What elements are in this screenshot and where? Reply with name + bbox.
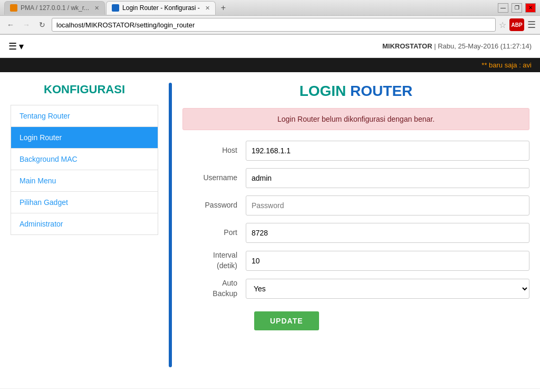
ticker-bar: ** baru saja : avi (0, 58, 540, 72)
browser-tab-2[interactable]: Login Router - Konfigurasi - ✕ (106, 1, 216, 15)
sidebar-link-admin[interactable]: Administrator (11, 213, 158, 234)
sidebar: KONFIGURASI Tentang Router Login Router … (11, 83, 158, 367)
restore-btn[interactable]: ❐ (512, 3, 522, 13)
browser-nav-bar: ← → ↻ localhost/MIKROSTATOR/setting/logi… (0, 16, 540, 34)
port-label: Port (182, 228, 246, 238)
sidebar-link-tentang[interactable]: Tentang Router (11, 105, 158, 127)
sidebar-item-pilihan: Pilihan Gadget (11, 192, 158, 213)
host-group: Host (182, 141, 529, 161)
browser-chrome: PMA / 127.0.0.1 / wk_r... ✕ Login Router… (0, 0, 540, 35)
bookmark-star[interactable]: ☆ (499, 20, 506, 30)
content-area: LOGIN ROUTER Login Router belum dikonfig… (182, 83, 529, 367)
interval-input[interactable] (246, 251, 529, 271)
footer: Hi, MAS CHAD ( keluar ) MIKROSTATOR © 20… (0, 388, 540, 392)
password-group: Password (182, 195, 529, 215)
tab1-icon (10, 4, 17, 12)
sidebar-title: KONFIGURASI (11, 83, 158, 96)
sidebar-link-pilihan[interactable]: Pilihan Gadget (11, 192, 158, 213)
alert-message: Login Router belum dikonfigurasi dengan … (182, 108, 529, 130)
top-bar-datetime: Rabu, 25-May-2016 (11:27:14) (438, 42, 532, 50)
username-label: Username (182, 173, 246, 183)
address-bar[interactable]: localhost/MIKROSTATOR/setting/login_rout… (52, 18, 496, 32)
refresh-btn[interactable]: ↻ (36, 18, 49, 31)
sidebar-item-admin: Administrator (11, 213, 158, 234)
hamburger-btn[interactable]: ☰ ▾ (8, 41, 24, 52)
browser-title-bar: PMA / 127.0.0.1 / wk_r... ✕ Login Router… (0, 0, 540, 16)
sidebar-link-background[interactable]: Background MAC (11, 149, 158, 170)
username-input[interactable] (246, 168, 529, 188)
new-tab-btn[interactable]: + (217, 1, 230, 15)
page-title: LOGIN ROUTER (182, 83, 529, 100)
port-input[interactable] (246, 223, 529, 243)
tab1-label: PMA / 127.0.0.1 / wk_r... (21, 4, 89, 12)
login-router-form: Host Username Password Port (182, 141, 529, 330)
tab1-close[interactable]: ✕ (94, 5, 99, 12)
sidebar-border (169, 83, 172, 367)
forward-btn[interactable]: → (20, 18, 33, 31)
sidebar-item-background: Background MAC (11, 149, 158, 170)
tab2-close[interactable]: ✕ (205, 5, 210, 12)
port-group: Port (182, 223, 529, 243)
browser-tab-1[interactable]: PMA / 127.0.0.1 / wk_r... ✕ (4, 1, 105, 15)
back-btn[interactable]: ← (4, 18, 17, 31)
ticker-text: ** baru saja : avi (481, 61, 532, 69)
auto-backup-select[interactable]: Yes No (246, 279, 529, 299)
title-word1: LOGIN (300, 83, 346, 99)
password-input[interactable] (246, 195, 529, 215)
auto-backup-group: Auto Backup Yes No (182, 278, 529, 299)
window-controls: — ❐ ✕ (498, 3, 536, 13)
top-bar-right: MIKROSTATOR | Rabu, 25-May-2016 (11:27:1… (382, 42, 532, 50)
tab2-label: Login Router - Konfigurasi - (122, 4, 200, 12)
sidebar-item-login: Login Router (11, 127, 158, 149)
submit-row: UPDATE (182, 306, 529, 330)
tab2-icon (112, 4, 119, 12)
main-layout: KONFIGURASI Tentang Router Login Router … (0, 72, 540, 378)
hamburger-caret: ▾ (19, 41, 24, 52)
auto-backup-label: Auto Backup (182, 278, 246, 299)
password-label: Password (182, 200, 246, 211)
interval-label: Interval (detik) (182, 250, 246, 271)
hamburger-icon: ☰ (8, 41, 17, 52)
abp-btn[interactable]: ABP (509, 18, 524, 31)
host-label: Host (182, 145, 246, 156)
sidebar-link-login[interactable]: Login Router (11, 127, 158, 149)
interval-group: Interval (detik) (182, 250, 529, 271)
url-input[interactable]: localhost/MIKROSTATOR/setting/login_rout… (56, 21, 491, 29)
title-word2: ROUTER (350, 83, 412, 99)
host-input[interactable] (246, 141, 529, 161)
sidebar-menu: Tentang Router Login Router Background M… (11, 105, 158, 235)
sidebar-item-mainmenu: Main Menu (11, 170, 158, 192)
top-bar: ☰ ▾ MIKROSTATOR | Rabu, 25-May-2016 (11:… (0, 35, 540, 58)
username-group: Username (182, 168, 529, 188)
browser-menu-btn[interactable]: ☰ (527, 19, 536, 31)
page-wrapper: ☰ ▾ MIKROSTATOR | Rabu, 25-May-2016 (11:… (0, 35, 540, 392)
update-button[interactable]: UPDATE (254, 311, 319, 330)
top-bar-separator: | (434, 42, 436, 50)
minimize-btn[interactable]: — (498, 3, 508, 13)
brand-name: MIKROSTATOR (382, 42, 432, 50)
browser-tabs: PMA / 127.0.0.1 / wk_r... ✕ Login Router… (4, 1, 230, 15)
close-btn[interactable]: ✕ (525, 3, 536, 13)
sidebar-item-tentang: Tentang Router (11, 105, 158, 127)
sidebar-link-mainmenu[interactable]: Main Menu (11, 170, 158, 192)
